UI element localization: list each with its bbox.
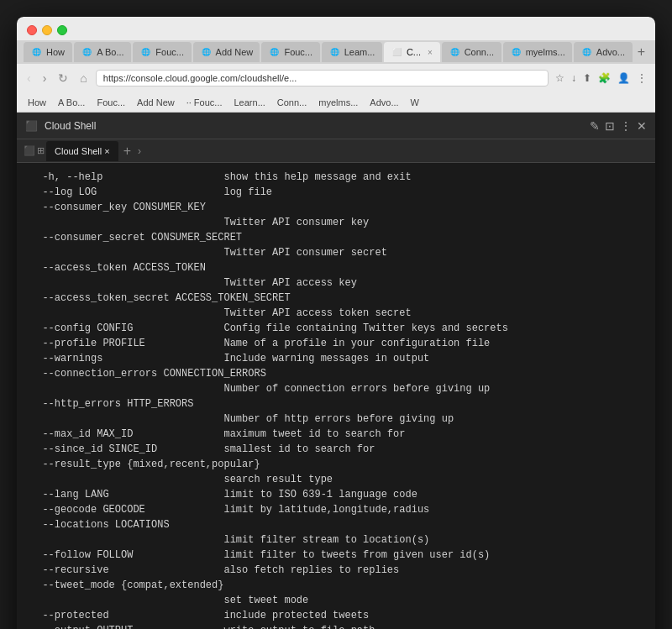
browser-chrome: 🌐 How 🌐 A Bo... 🌐 Fouc... 🌐 Add New 🌐 Fo… <box>17 17 655 113</box>
main-content: ⬛ Cloud Shell ✎ ⊡ ⋮ ✕ ⬛ ⊞ Cloud Shell × … <box>17 113 655 629</box>
tab-favicon: 🌐 <box>202 47 211 57</box>
tab-close-icon[interactable]: × <box>428 48 433 57</box>
bookmark-addnew[interactable]: Add New <box>133 97 179 108</box>
download-icon[interactable]: ↓ <box>570 71 578 86</box>
extensions-icon[interactable]: 🧩 <box>596 71 612 86</box>
tab-favicon: ⬜ <box>392 47 402 57</box>
home-button[interactable]: ⌂ <box>76 70 90 86</box>
tab-favicon: 🌐 <box>330 47 339 57</box>
url-bar[interactable]: https://console.cloud.google.com/cloudsh… <box>96 70 549 86</box>
tab-favicon: 🌐 <box>82 47 92 57</box>
edit-icon[interactable]: ✎ <box>590 119 600 133</box>
tab-advo[interactable]: 🌐 Advo... <box>574 42 633 62</box>
tab-conn[interactable]: 🌐 Conn... <box>442 42 501 62</box>
refresh-button[interactable]: ↻ <box>55 70 71 86</box>
bookmarks-bar: How A Bo... Fouc... Add New ·· Fouc... L… <box>17 92 655 113</box>
terminal[interactable]: -h, --help show this help message and ex… <box>17 163 655 629</box>
tab-fouc2[interactable]: 🌐 Fouc... <box>261 42 319 62</box>
tab-favicon: 🌐 <box>141 47 150 57</box>
close-shell-icon[interactable]: ✕ <box>637 119 647 133</box>
cloud-shell-title: Cloud Shell <box>45 120 96 132</box>
share-icon[interactable]: ⬆ <box>581 71 593 86</box>
browser-right-icons: ☆ ↓ ⬆ 🧩 👤 ⋮ <box>554 71 648 86</box>
terminal-tab-icon: ⬛ <box>24 145 35 156</box>
tab-favicon: 🌐 <box>270 47 279 57</box>
forward-button[interactable]: › <box>39 70 50 86</box>
bookmark-learn[interactable]: Learn... <box>230 97 270 108</box>
tab-bar: 🌐 How 🌐 A Bo... 🌐 Fouc... 🌐 Add New 🌐 Fo… <box>17 40 655 64</box>
browser-window: 🌐 How 🌐 A Bo... 🌐 Fouc... 🌐 Add New 🌐 Fo… <box>17 17 655 629</box>
terminal-output: -h, --help show this help message and ex… <box>30 170 642 629</box>
minimize-button[interactable] <box>42 25 52 35</box>
terminal-icon: ⬛ <box>25 120 38 132</box>
tab-cloudshell[interactable]: ⬜ C... × <box>384 42 440 62</box>
expand-icon[interactable]: ⊡ <box>605 119 615 133</box>
tab-favicon: 🌐 <box>450 47 459 57</box>
star-icon[interactable]: ☆ <box>554 71 566 86</box>
tab-fouc1[interactable]: 🌐 Fouc... <box>133 42 191 62</box>
bookmark-myelms[interactable]: myelms... <box>314 97 362 108</box>
terminal-nav-icon[interactable]: › <box>136 145 143 157</box>
maximize-button[interactable] <box>57 25 67 35</box>
traffic-lights <box>17 17 655 40</box>
user-icon[interactable]: 👤 <box>616 71 632 86</box>
url-text: https://console.cloud.google.com/cloudsh… <box>103 73 297 83</box>
bookmark-conn[interactable]: Conn... <box>273 97 311 108</box>
tab-abo[interactable]: 🌐 A Bo... <box>74 42 131 62</box>
terminal-tabs: ⬛ ⊞ Cloud Shell × + › <box>17 139 655 163</box>
bookmark-how[interactable]: How <box>24 97 50 108</box>
address-bar: ‹ › ↻ ⌂ https://console.cloud.google.com… <box>17 64 655 92</box>
bookmark-w[interactable]: W <box>407 97 423 108</box>
cloud-shell-bar: ⬛ Cloud Shell ✎ ⊡ ⋮ ✕ <box>17 113 655 139</box>
menu-icon[interactable]: ⋮ <box>635 71 648 86</box>
cloud-shell-tab[interactable]: Cloud Shell × <box>46 141 118 161</box>
bookmark-abo[interactable]: A Bo... <box>54 97 89 108</box>
new-tab-button[interactable]: + <box>634 45 648 60</box>
tab-learn[interactable]: 🌐 Leam... <box>322 42 382 62</box>
tab-favicon: 🌐 <box>582 47 591 57</box>
tab-how[interactable]: 🌐 How <box>24 42 72 62</box>
cloud-shell-actions: ✎ ⊡ ⋮ ✕ <box>590 119 647 133</box>
back-button[interactable]: ‹ <box>24 70 34 86</box>
bookmark-fouc2[interactable]: ·· Fouc... <box>182 97 227 108</box>
tab-myelms[interactable]: 🌐 myelms... <box>503 42 572 62</box>
bookmark-advo[interactable]: Advo... <box>365 97 402 108</box>
bookmark-fouc[interactable]: Fouc... <box>92 97 129 108</box>
close-button[interactable] <box>27 25 37 35</box>
tab-favicon: 🌐 <box>512 47 521 57</box>
tab-addnew[interactable]: 🌐 Add New <box>193 42 260 62</box>
new-terminal-button[interactable]: + <box>120 144 134 159</box>
tab-favicon: 🌐 <box>32 47 41 57</box>
cloud-shell-tab-label: Cloud Shell × <box>55 146 110 156</box>
dots-menu-icon[interactable]: ⋮ <box>620 119 632 133</box>
split-icon[interactable]: ⊞ <box>37 145 45 156</box>
